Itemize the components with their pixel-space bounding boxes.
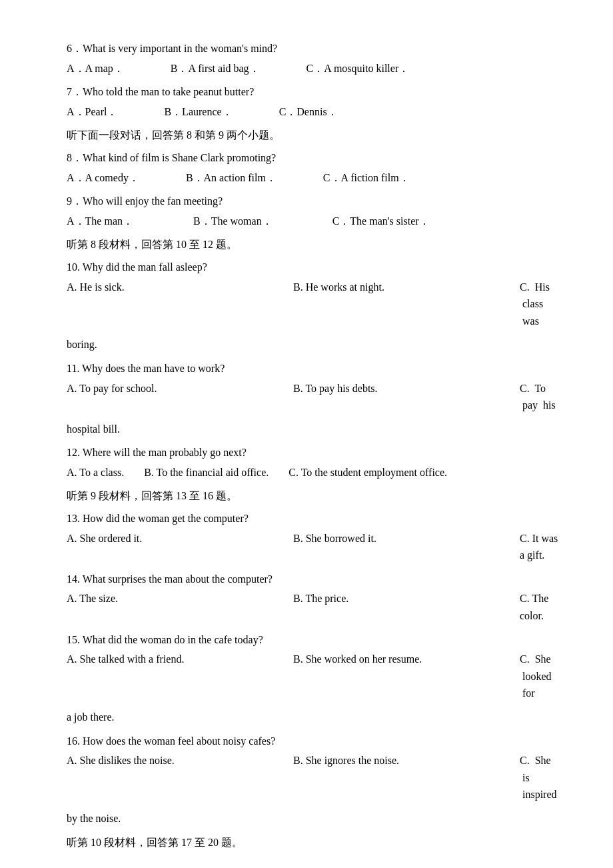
question-8: 8．What kind of film is Shane Clark promo… bbox=[67, 149, 560, 186]
question-10: 10. Why did the man fall asleep? A. He i… bbox=[67, 259, 560, 353]
q6-option-b: B．A first aid bag． bbox=[171, 60, 260, 77]
q9-option-c: C．The man's sister． bbox=[332, 213, 430, 230]
q7-options: A．Pearl． B．Laurence． C．Dennis． bbox=[67, 103, 560, 121]
exam-content: 6．What is very important in the woman's … bbox=[67, 40, 560, 851]
q10-options: A. He is sick. B. He works at night. C. … bbox=[67, 279, 560, 330]
q10-option-c: C. His class was bbox=[520, 279, 560, 330]
q13-options: A. She ordered it. B. She borrowed it. C… bbox=[67, 530, 560, 564]
q14-option-a: A. The size. bbox=[67, 590, 293, 624]
q15-option-b: B. She worked on her resume. bbox=[293, 651, 520, 702]
q12-option-b: B. To the financial aid office. bbox=[144, 464, 269, 481]
q16-option-c: C. She is inspired bbox=[520, 752, 560, 803]
question-11: 11. Why does the man have to work? A. To… bbox=[67, 360, 560, 437]
q7-option-a: A．Pearl． bbox=[67, 103, 117, 121]
question-14: 14. What surprises the man about the com… bbox=[67, 571, 560, 625]
q16-option-b: B. She ignores the noise. bbox=[293, 752, 520, 803]
q7-option-b: B．Laurence． bbox=[164, 103, 232, 121]
q13-option-c: C. It was a gift. bbox=[520, 530, 560, 564]
q15-text: 15. What did the woman do in the cafe to… bbox=[67, 631, 560, 649]
question-15: 15. What did the woman do in the cafe to… bbox=[67, 631, 560, 726]
q10-option-a: A. He is sick. bbox=[67, 279, 293, 330]
q8-text: 8．What kind of film is Shane Clark promo… bbox=[67, 149, 560, 167]
q11-options: A. To pay for school. B. To pay his debt… bbox=[67, 380, 560, 414]
q10-option-c-cont: boring. bbox=[67, 336, 560, 353]
question-12: 12. Where will the man probably go next?… bbox=[67, 444, 560, 481]
q14-text: 14. What surprises the man about the com… bbox=[67, 571, 560, 588]
q12-option-a: A. To a class. bbox=[67, 464, 124, 481]
section-label-13-16: 听第 9 段材料，回答第 13 至 16 题。 bbox=[67, 487, 560, 505]
q15-option-c-cont: a job there. bbox=[67, 709, 560, 726]
q10-text: 10. Why did the man fall asleep? bbox=[67, 259, 560, 276]
q15-options: A. She talked with a friend. B. She work… bbox=[67, 651, 560, 702]
q11-text: 11. Why does the man have to work? bbox=[67, 360, 560, 377]
q16-option-c-cont: by the noise. bbox=[67, 810, 560, 827]
question-6: 6．What is very important in the woman's … bbox=[67, 40, 560, 77]
q6-option-a: A．A map． bbox=[67, 60, 124, 77]
q7-option-c: C．Dennis． bbox=[279, 103, 338, 121]
q9-option-b: B．The woman． bbox=[193, 213, 273, 230]
q12-option-c: C. To the student employment office. bbox=[289, 464, 447, 481]
q16-options: A. She dislikes the noise. B. She ignore… bbox=[67, 752, 560, 803]
q14-options: A. The size. B. The price. C. The color. bbox=[67, 590, 560, 624]
q14-option-c: C. The color. bbox=[520, 590, 560, 624]
q8-option-a: A．A comedy． bbox=[67, 169, 139, 187]
q6-text: 6．What is very important in the woman's … bbox=[67, 40, 560, 57]
section-label-17-20: 听第 10 段材料，回答第 17 至 20 题。 bbox=[67, 834, 560, 851]
question-7: 7．Who told the man to take peanut butter… bbox=[67, 83, 560, 120]
q9-options: A．The man． B．The woman． C．The man's sist… bbox=[67, 213, 560, 230]
q11-option-c-cont: hospital bill. bbox=[67, 421, 560, 438]
q9-text: 9．Who will enjoy the fan meeting? bbox=[67, 193, 560, 210]
q11-option-a: A. To pay for school. bbox=[67, 380, 293, 414]
q6-options: A．A map． B．A first aid bag． C．A mosquito… bbox=[67, 60, 560, 77]
q6-option-c: C．A mosquito killer． bbox=[306, 60, 410, 77]
q12-options: A. To a class. B. To the financial aid o… bbox=[67, 464, 560, 481]
section-label-8-9: 听下面一段对话，回答第 8 和第 9 两个小题。 bbox=[67, 127, 560, 144]
q13-option-a: A. She ordered it. bbox=[67, 530, 293, 564]
q8-option-c: C．A fiction film． bbox=[323, 169, 410, 187]
q15-option-a: A. She talked with a friend. bbox=[67, 651, 293, 702]
question-9: 9．Who will enjoy the fan meeting? A．The … bbox=[67, 193, 560, 229]
q10-option-b: B. He works at night. bbox=[293, 279, 520, 330]
q7-text: 7．Who told the man to take peanut butter… bbox=[67, 83, 560, 101]
q8-options: A．A comedy． B．An action film． C．A fictio… bbox=[67, 169, 560, 187]
question-13: 13. How did the woman get the computer? … bbox=[67, 510, 560, 564]
q9-option-a: A．The man． bbox=[67, 213, 133, 230]
question-16: 16. How does the woman feel about noisy … bbox=[67, 733, 560, 827]
q11-option-b: B. To pay his debts. bbox=[293, 380, 520, 414]
q11-option-c: C. To pay his bbox=[520, 380, 560, 414]
q16-text: 16. How does the woman feel about noisy … bbox=[67, 733, 560, 750]
q12-text: 12. Where will the man probably go next? bbox=[67, 444, 560, 461]
section-label-10-12: 听第 8 段材料，回答第 10 至 12 题。 bbox=[67, 236, 560, 253]
q14-option-b: B. The price. bbox=[293, 590, 520, 624]
q16-option-a: A. She dislikes the noise. bbox=[67, 752, 293, 803]
q13-option-b: B. She borrowed it. bbox=[293, 530, 520, 564]
q8-option-b: B．An action film． bbox=[186, 169, 277, 187]
q13-text: 13. How did the woman get the computer? bbox=[67, 510, 560, 527]
q15-option-c: C. She looked for bbox=[520, 651, 560, 702]
